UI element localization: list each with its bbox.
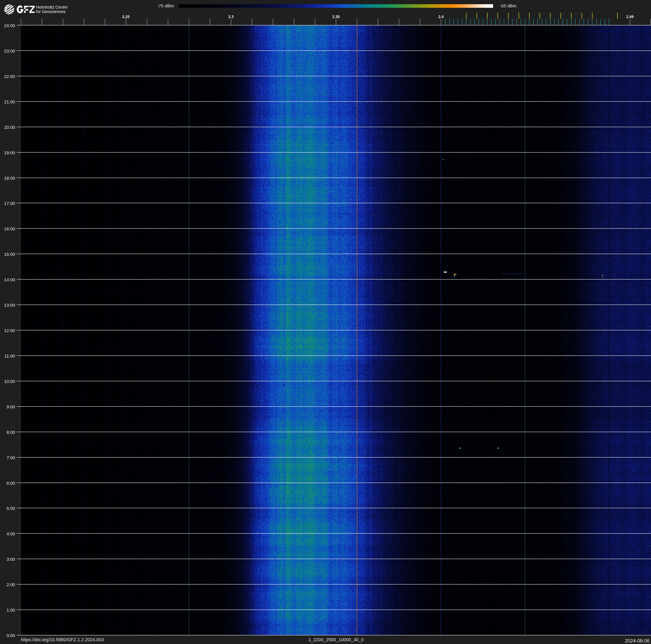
freq-minor-tick (273, 19, 273, 25)
hour-tick-label: 9:00 (0, 405, 15, 409)
hour-tick-label: 19:00 (0, 150, 15, 155)
ble-channel-tick (529, 19, 529, 25)
colorbar (179, 4, 493, 8)
hour-grid-line (17, 76, 651, 76)
ble-channel-tick (478, 19, 479, 25)
hour-grid-line (17, 406, 651, 407)
freq-minor-tick (147, 19, 147, 25)
freq-minor-tick (63, 19, 63, 25)
ble-channel-tick (541, 19, 542, 25)
hour-grid-line (17, 228, 651, 229)
ble-channel-tick (517, 19, 517, 25)
hour-tick-label: 16:00 (0, 227, 15, 231)
freq-tick-label: 2.4 (438, 15, 443, 19)
ble-channel-tick (458, 19, 458, 25)
logo-line2: for Geosciences (36, 9, 66, 14)
hour-grid-line (17, 457, 651, 458)
wifi-channel-tick (497, 12, 498, 19)
hour-tick-label: 7:00 (0, 456, 15, 460)
hour-grid-line (17, 355, 651, 356)
hour-tick-label: 1:00 (0, 608, 15, 612)
footer-date: 2024-08-06 (0, 638, 650, 643)
freq-minor-tick (105, 19, 105, 25)
hour-grid-line (17, 610, 651, 610)
ble-channel-tick (470, 19, 471, 25)
ble-channel-tick (508, 19, 508, 25)
wifi-channel-tick (582, 12, 582, 19)
ble-channel-tick (474, 19, 475, 25)
hour-tick-label: 22:00 (0, 74, 15, 79)
freq-minor-tick (630, 19, 630, 25)
hour-tick-label: 4:00 (0, 531, 15, 536)
ble-channel-tick (512, 19, 513, 25)
freq-tick-label: 2.35 (332, 15, 340, 19)
hour-grid-line (17, 381, 651, 381)
wifi-channel-tick (560, 12, 561, 19)
ble-channel-tick (579, 19, 580, 25)
ble-channel-tick (449, 19, 450, 25)
ble-channel-tick (495, 19, 496, 25)
hour-tick-label: 13:00 (0, 303, 15, 308)
hour-tick-label: 11:00 (0, 354, 15, 358)
wifi-channel-tick (550, 12, 551, 19)
hour-grid-line (17, 508, 651, 508)
ble-channel-tick (550, 19, 550, 25)
hour-tick-label: 12:00 (0, 328, 15, 333)
ble-channel-tick (500, 19, 500, 25)
hour-tick-label: 0:00 (0, 633, 15, 638)
hour-grid-line (17, 101, 651, 102)
freq-minor-tick (357, 19, 357, 25)
hour-grid-line (17, 51, 651, 51)
hour-tick-label: 15:00 (0, 252, 15, 257)
ble-channel-tick (521, 19, 521, 25)
hour-grid-line (17, 635, 651, 635)
freq-tick-label: 2.3 (228, 15, 234, 19)
hour-grid-line (17, 178, 651, 178)
hour-tick-label: 3:00 (0, 557, 15, 562)
hour-tick-label: 6:00 (0, 481, 15, 486)
wifi-channel-tick (617, 12, 618, 19)
ble-channel-tick (491, 19, 492, 25)
ble-channel-tick (604, 19, 605, 25)
ble-channel-tick (483, 19, 483, 25)
ble-channel-tick (596, 19, 597, 25)
freq-tick-label: 2.49 (626, 15, 633, 19)
ble-channel-tick (609, 19, 609, 25)
hour-grid-line (17, 330, 651, 330)
hour-grid-line (17, 482, 651, 483)
hour-grid-line (17, 25, 651, 25)
wifi-channel-tick (539, 12, 540, 19)
ble-channel-tick (454, 19, 454, 25)
hour-grid-line (17, 127, 651, 127)
ble-channel-tick (600, 19, 601, 25)
freq-minor-tick (315, 19, 315, 25)
hour-grid-line (17, 584, 651, 585)
wifi-channel-tick (571, 12, 571, 19)
gfz-logo: Helmholtz Centre for Geosciences (4, 4, 69, 15)
hour-grid-line (17, 152, 651, 153)
ble-channel-tick (592, 19, 592, 25)
freq-minor-tick (294, 19, 294, 25)
hour-grid-line (17, 279, 651, 280)
hour-tick-label: 10:00 (0, 379, 15, 384)
hour-grid-line (17, 304, 651, 305)
ble-channel-tick (575, 19, 576, 25)
freq-tick-label: 2.25 (122, 15, 130, 19)
wifi-channel-tick (466, 12, 467, 19)
ble-channel-tick (487, 19, 488, 25)
freq-minor-tick (399, 19, 399, 25)
ble-channel-tick (571, 19, 571, 25)
wifi-channel-tick (508, 12, 508, 19)
wifi-channel-tick (529, 12, 530, 19)
hour-tick-label: 2:00 (0, 582, 15, 587)
logo-line1: Helmholtz Centre (36, 5, 68, 9)
hour-grid-line (17, 533, 651, 534)
colorbar-min-label: -75 dBm (136, 3, 174, 9)
ble-channel-tick (567, 19, 567, 25)
hour-tick-label: 5:00 (0, 506, 15, 511)
ble-channel-tick (554, 19, 555, 25)
wifi-channel-tick (487, 12, 488, 19)
gfz-globe-icon (4, 4, 18, 15)
hour-tick-label: 17:00 (0, 201, 15, 206)
ble-channel-tick (546, 19, 546, 25)
